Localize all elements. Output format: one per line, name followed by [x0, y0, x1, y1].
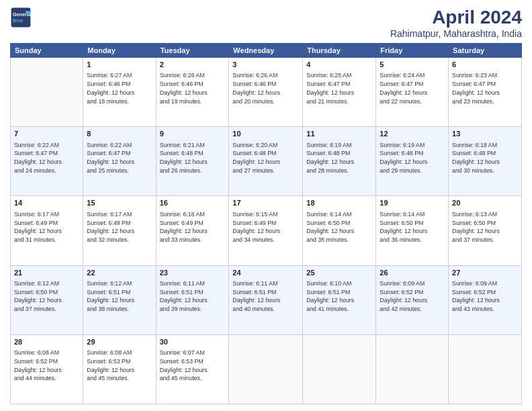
- calendar-cell: [376, 334, 449, 404]
- calendar-week-2: 7Sunrise: 6:22 AM Sunset: 6:47 PM Daylig…: [11, 127, 522, 196]
- calendar-cell: 13Sunrise: 6:18 AM Sunset: 6:48 PM Dayli…: [449, 127, 522, 196]
- calendar-week-3: 14Sunrise: 6:17 AM Sunset: 6:49 PM Dayli…: [11, 196, 522, 265]
- calendar-cell: 22Sunrise: 6:12 AM Sunset: 6:51 PM Dayli…: [83, 265, 156, 334]
- logo: General Blue: [10, 7, 32, 28]
- calendar-cell: 15Sunrise: 6:17 AM Sunset: 6:49 PM Dayli…: [83, 196, 156, 265]
- col-wednesday: Wednesday: [229, 44, 303, 58]
- day-number: 29: [87, 337, 152, 347]
- col-saturday: Saturday: [449, 44, 522, 58]
- day-number: 30: [160, 337, 226, 347]
- calendar-cell: 16Sunrise: 6:16 AM Sunset: 6:49 PM Dayli…: [156, 196, 229, 265]
- calendar-cell: 1Sunrise: 6:27 AM Sunset: 6:46 PM Daylig…: [83, 58, 156, 127]
- calendar-cell: 17Sunrise: 6:15 AM Sunset: 6:49 PM Dayli…: [229, 196, 303, 265]
- day-number: 5: [380, 60, 445, 70]
- calendar-cell: [303, 334, 376, 404]
- day-info: Sunrise: 6:27 AM Sunset: 6:46 PM Dayligh…: [87, 71, 152, 105]
- day-info: Sunrise: 6:26 AM Sunset: 6:46 PM Dayligh…: [160, 71, 226, 105]
- calendar-cell: 9Sunrise: 6:21 AM Sunset: 6:48 PM Daylig…: [156, 127, 229, 196]
- calendar-cell: 26Sunrise: 6:09 AM Sunset: 6:52 PM Dayli…: [376, 265, 449, 334]
- col-monday: Monday: [83, 44, 156, 58]
- day-number: 4: [306, 60, 372, 70]
- col-thursday: Thursday: [303, 44, 376, 58]
- day-info: Sunrise: 6:11 AM Sunset: 6:51 PM Dayligh…: [160, 279, 226, 314]
- calendar-cell: 30Sunrise: 6:07 AM Sunset: 6:53 PM Dayli…: [156, 334, 229, 404]
- calendar-cell: 10Sunrise: 6:20 AM Sunset: 6:48 PM Dayli…: [229, 127, 303, 196]
- header-row: Sunday Monday Tuesday Wednesday Thursday…: [11, 44, 522, 58]
- calendar-week-5: 28Sunrise: 6:08 AM Sunset: 6:52 PM Dayli…: [11, 334, 522, 404]
- day-info: Sunrise: 6:08 AM Sunset: 6:52 PM Dayligh…: [14, 349, 79, 383]
- day-number: 17: [232, 198, 299, 208]
- day-number: 19: [380, 198, 445, 208]
- calendar-week-4: 21Sunrise: 6:12 AM Sunset: 6:50 PM Dayli…: [11, 265, 522, 334]
- day-info: Sunrise: 6:26 AM Sunset: 6:46 PM Dayligh…: [232, 71, 299, 105]
- calendar-cell: 19Sunrise: 6:14 AM Sunset: 6:50 PM Dayli…: [376, 196, 449, 265]
- day-number: 25: [306, 268, 372, 278]
- day-info: Sunrise: 6:11 AM Sunset: 6:51 PM Dayligh…: [232, 279, 299, 314]
- calendar-cell: 28Sunrise: 6:08 AM Sunset: 6:52 PM Dayli…: [11, 334, 83, 404]
- day-info: Sunrise: 6:10 AM Sunset: 6:51 PM Dayligh…: [306, 279, 372, 314]
- day-info: Sunrise: 6:19 AM Sunset: 6:48 PM Dayligh…: [380, 141, 445, 175]
- day-number: 15: [87, 198, 152, 208]
- col-friday: Friday: [376, 44, 449, 58]
- calendar-cell: 20Sunrise: 6:13 AM Sunset: 6:50 PM Dayli…: [449, 196, 522, 265]
- day-number: 9: [160, 129, 226, 139]
- day-number: 24: [232, 268, 299, 278]
- calendar-cell: 11Sunrise: 6:19 AM Sunset: 6:48 PM Dayli…: [303, 127, 376, 196]
- calendar-cell: 21Sunrise: 6:12 AM Sunset: 6:50 PM Dayli…: [11, 265, 83, 334]
- day-number: 22: [87, 268, 152, 278]
- day-number: 16: [160, 198, 226, 208]
- day-number: 28: [14, 337, 79, 347]
- logo-icon: General Blue: [10, 7, 32, 28]
- calendar-cell: [229, 334, 303, 404]
- day-info: Sunrise: 6:15 AM Sunset: 6:49 PM Dayligh…: [232, 210, 299, 244]
- day-info: Sunrise: 6:17 AM Sunset: 6:49 PM Dayligh…: [14, 210, 79, 244]
- day-number: 23: [160, 268, 226, 278]
- page-subtitle: Rahimatpur, Maharashtra, India: [390, 28, 522, 39]
- calendar-cell: 2Sunrise: 6:26 AM Sunset: 6:46 PM Daylig…: [156, 58, 229, 127]
- day-number: 26: [380, 268, 445, 278]
- day-number: 10: [232, 129, 299, 139]
- day-number: 2: [160, 60, 226, 70]
- day-number: 1: [87, 60, 152, 70]
- day-number: 20: [452, 198, 518, 208]
- day-info: Sunrise: 6:12 AM Sunset: 6:51 PM Dayligh…: [87, 279, 152, 314]
- calendar-week-1: 1Sunrise: 6:27 AM Sunset: 6:46 PM Daylig…: [11, 58, 522, 127]
- day-number: 14: [14, 198, 79, 208]
- day-number: 6: [452, 60, 518, 70]
- day-info: Sunrise: 6:22 AM Sunset: 6:47 PM Dayligh…: [14, 141, 79, 175]
- calendar-cell: 24Sunrise: 6:11 AM Sunset: 6:51 PM Dayli…: [229, 265, 303, 334]
- day-info: Sunrise: 6:12 AM Sunset: 6:50 PM Dayligh…: [14, 279, 79, 314]
- day-number: 3: [232, 60, 299, 70]
- day-info: Sunrise: 6:14 AM Sunset: 6:50 PM Dayligh…: [380, 210, 445, 244]
- calendar-cell: 7Sunrise: 6:22 AM Sunset: 6:47 PM Daylig…: [11, 127, 83, 196]
- page: General Blue April 2024 Rahimatpur, Maha…: [0, 0, 532, 411]
- calendar-cell: 6Sunrise: 6:23 AM Sunset: 6:47 PM Daylig…: [449, 58, 522, 127]
- day-info: Sunrise: 6:16 AM Sunset: 6:49 PM Dayligh…: [160, 210, 226, 244]
- day-info: Sunrise: 6:18 AM Sunset: 6:48 PM Dayligh…: [452, 141, 518, 175]
- day-info: Sunrise: 6:22 AM Sunset: 6:47 PM Dayligh…: [87, 141, 152, 175]
- calendar-cell: 25Sunrise: 6:10 AM Sunset: 6:51 PM Dayli…: [303, 265, 376, 334]
- day-info: Sunrise: 6:23 AM Sunset: 6:47 PM Dayligh…: [452, 71, 518, 105]
- calendar-cell: 29Sunrise: 6:08 AM Sunset: 6:53 PM Dayli…: [83, 334, 156, 404]
- day-info: Sunrise: 6:09 AM Sunset: 6:52 PM Dayligh…: [452, 279, 518, 314]
- day-info: Sunrise: 6:17 AM Sunset: 6:49 PM Dayligh…: [87, 210, 152, 244]
- day-info: Sunrise: 6:09 AM Sunset: 6:52 PM Dayligh…: [380, 279, 445, 314]
- day-info: Sunrise: 6:25 AM Sunset: 6:47 PM Dayligh…: [306, 71, 372, 105]
- calendar-cell: 4Sunrise: 6:25 AM Sunset: 6:47 PM Daylig…: [303, 58, 376, 127]
- day-number: 21: [14, 268, 79, 278]
- day-number: 13: [452, 129, 518, 139]
- col-tuesday: Tuesday: [156, 44, 229, 58]
- calendar-cell: 23Sunrise: 6:11 AM Sunset: 6:51 PM Dayli…: [156, 265, 229, 334]
- calendar-cell: 18Sunrise: 6:14 AM Sunset: 6:50 PM Dayli…: [303, 196, 376, 265]
- calendar-cell: 12Sunrise: 6:19 AM Sunset: 6:48 PM Dayli…: [376, 127, 449, 196]
- day-number: 12: [380, 129, 445, 139]
- day-info: Sunrise: 6:14 AM Sunset: 6:50 PM Dayligh…: [306, 210, 372, 244]
- header: General Blue April 2024 Rahimatpur, Maha…: [10, 7, 522, 39]
- col-sunday: Sunday: [11, 44, 83, 58]
- calendar-table: Sunday Monday Tuesday Wednesday Thursday…: [10, 43, 522, 404]
- day-number: 8: [87, 129, 152, 139]
- calendar-cell: [449, 334, 522, 404]
- day-info: Sunrise: 6:08 AM Sunset: 6:53 PM Dayligh…: [87, 349, 152, 383]
- calendar-cell: 3Sunrise: 6:26 AM Sunset: 6:46 PM Daylig…: [229, 58, 303, 127]
- title-block: April 2024 Rahimatpur, Maharashtra, Indi…: [390, 7, 522, 39]
